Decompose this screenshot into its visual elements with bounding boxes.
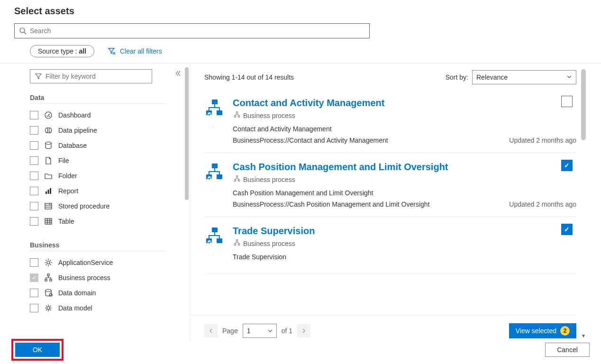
svg-point-5 [46, 128, 48, 133]
filter-item-label: ApplicationService [58, 259, 113, 266]
cancel-button[interactable]: Cancel [545, 343, 590, 357]
filter-item[interactable]: Report [30, 183, 166, 199]
svg-line-1 [24, 32, 26, 34]
page-label: Page [222, 327, 238, 335]
page-of-label: of 1 [282, 327, 292, 335]
page-title: Select assets [14, 6, 587, 17]
svg-rect-38 [217, 174, 222, 179]
filter-item[interactable]: File [30, 153, 166, 168]
svg-point-16 [49, 204, 50, 205]
filter-item[interactable]: Database [30, 138, 166, 153]
svg-rect-43 [212, 228, 218, 232]
svg-rect-10 [46, 191, 47, 194]
folder-icon [44, 172, 53, 180]
filter-checkbox[interactable] [30, 289, 38, 297]
result-row: Cash Position Management and Limit Overs… [204, 153, 576, 217]
filter-item-label: Stored procedure [58, 202, 109, 210]
filter-checkbox[interactable] [30, 156, 38, 165]
result-description: Cash Position Management and Limit Overs… [233, 189, 576, 197]
page-select-value: 1 [247, 327, 251, 335]
svg-rect-12 [50, 188, 51, 194]
svg-rect-17 [45, 218, 52, 224]
filter-checkbox[interactable] [30, 202, 38, 210]
filter-item[interactable]: Folder [30, 168, 166, 183]
ok-button-highlight: OK [11, 339, 64, 361]
svg-rect-35 [238, 116, 239, 117]
result-title[interactable]: Cash Position Management and Limit Overs… [233, 162, 576, 173]
svg-rect-34 [235, 116, 236, 117]
result-row: Trade SupervisionBusiness processTrade S… [204, 217, 576, 273]
filter-keyword-box[interactable] [30, 69, 152, 83]
result-path: BusinessProcess://Contact and Activity M… [233, 136, 388, 144]
filter-checkbox[interactable] [30, 141, 38, 150]
svg-rect-45 [217, 238, 222, 243]
search-input[interactable] [27, 27, 365, 35]
process-icon [204, 162, 224, 182]
filter-icon [34, 72, 43, 81]
filter-checkbox[interactable] [30, 217, 38, 226]
filter-item[interactable]: Stored procedure [30, 199, 166, 214]
results-summary: Showing 1-14 out of 14 results [204, 73, 294, 81]
filter-item-label: Folder [58, 172, 77, 180]
filter-group-header: Data [30, 92, 166, 104]
result-select-checkbox[interactable] [561, 160, 573, 171]
process-small-icon [234, 111, 240, 119]
svg-rect-41 [235, 180, 236, 181]
domain-icon [44, 289, 53, 297]
result-select-checkbox[interactable] [561, 224, 573, 235]
filter-item-label: Report [58, 187, 78, 195]
search-box[interactable] [14, 23, 370, 38]
svg-rect-25 [50, 279, 52, 281]
svg-rect-36 [212, 164, 218, 168]
filter-item[interactable]: Dashboard [30, 108, 166, 123]
filter-checkbox[interactable] [30, 258, 38, 267]
filter-checkbox[interactable] [30, 304, 38, 312]
filter-item[interactable]: Table [30, 214, 166, 229]
right-scrollbar-thumb[interactable] [581, 69, 586, 140]
svg-rect-11 [48, 190, 49, 194]
svg-rect-29 [212, 100, 218, 104]
result-title[interactable]: Trade Supervision [233, 226, 576, 237]
filter-item[interactable]: Data model [30, 300, 166, 316]
filter-clear-icon [108, 47, 116, 55]
model-icon [44, 304, 53, 312]
filter-item[interactable]: Business process [30, 270, 166, 285]
filter-item[interactable]: Data domain [30, 285, 166, 300]
svg-point-9 [46, 142, 51, 145]
filter-item-label: Dashboard [58, 111, 91, 119]
filter-item[interactable]: Data pipeline [30, 123, 166, 138]
svg-rect-31 [217, 110, 222, 115]
filter-item-label: Database [58, 142, 87, 149]
source-type-pill[interactable]: Source type : all [30, 45, 94, 57]
filter-item[interactable]: ApplicationService [30, 255, 166, 270]
result-row: Contact and Activity ManagementBusiness … [204, 89, 576, 153]
result-select-checkbox[interactable] [561, 96, 573, 107]
filter-group-header: Business [30, 239, 166, 251]
filter-checkbox[interactable] [30, 187, 38, 195]
collapse-sidebar-icon[interactable] [174, 71, 181, 78]
left-scrollbar-thumb[interactable] [185, 67, 189, 200]
filter-checkbox[interactable] [30, 111, 38, 119]
svg-rect-33 [236, 112, 237, 113]
filter-keyword-input[interactable] [43, 72, 148, 81]
source-type-value: all [79, 47, 86, 55]
process-small-icon [234, 175, 240, 183]
result-title[interactable]: Contact and Activity Management [233, 98, 576, 109]
sort-select[interactable]: Relevance [472, 70, 576, 84]
filter-checkbox[interactable] [30, 172, 38, 180]
result-description: Trade Supervision [233, 253, 576, 261]
clear-all-filters[interactable]: Clear all filters [108, 47, 162, 55]
svg-point-22 [47, 261, 50, 264]
chevron-down-icon [566, 73, 572, 81]
result-description: Contact and Activity Management [233, 125, 576, 133]
stored-proc-icon [44, 202, 53, 210]
svg-rect-13 [45, 203, 52, 209]
result-type: Business process [234, 175, 576, 183]
svg-rect-49 [238, 244, 239, 245]
ok-button[interactable]: OK [15, 343, 60, 357]
svg-rect-48 [235, 244, 236, 245]
filter-checkbox[interactable] [30, 126, 38, 135]
filter-item-label: Data domain [58, 289, 96, 297]
chevron-down-icon [268, 327, 273, 335]
svg-rect-42 [238, 180, 239, 181]
